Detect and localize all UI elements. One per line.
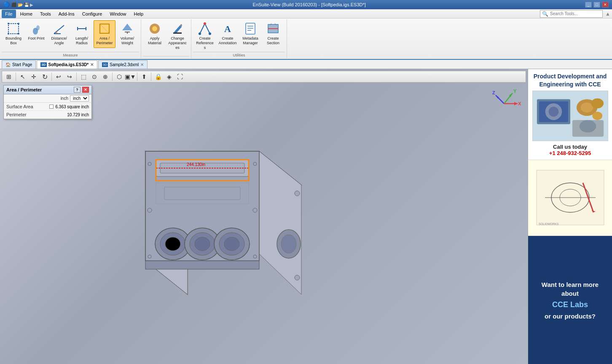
vt-select-all[interactable]: ⊞ — [4, 72, 14, 81]
svg-point-66 — [148, 162, 151, 166]
metadata-manager-button[interactable]: Metadata Manager — [239, 20, 261, 48]
volume-weight-button[interactable]: Volume/ Weight — [116, 20, 138, 48]
create-annotation-button[interactable]: A Create Annotation — [217, 20, 239, 48]
svg-rect-18 — [173, 32, 182, 34]
vt-cursor[interactable]: ↖ — [18, 72, 28, 81]
tab-softpedia-igs[interactable]: 3D Softpedia.igs.ES3D* ✕ — [37, 60, 97, 69]
vt-expand[interactable]: ⛶ — [175, 72, 185, 81]
change-appearances-icon — [171, 22, 184, 35]
menu-window[interactable]: Window — [106, 10, 129, 18]
apply-material-button[interactable]: Apply Material — [144, 20, 166, 48]
svg-point-72 — [295, 191, 300, 196]
vt-measure[interactable]: ⬆ — [139, 72, 149, 81]
length-radius-icon — [75, 22, 89, 35]
foot-print-button[interactable]: Foot Print — [25, 20, 47, 48]
distance-angle-button[interactable]: Distance/ Angle — [48, 20, 70, 48]
menu-file[interactable]: File — [2, 10, 16, 18]
panel-header: Area / Perimeter ? ✕ — [4, 86, 91, 94]
ad3-line1: Want to learn more about — [533, 280, 607, 298]
volume-weight-label: Volume/ Weight — [118, 36, 137, 46]
svg-point-83 — [579, 120, 596, 133]
vt-zoom-fit[interactable]: ⊙ — [89, 72, 99, 81]
panel-help-button[interactable]: ? — [74, 87, 81, 93]
svg-rect-0 — [8, 24, 19, 34]
maximize-button[interactable]: □ — [593, 2, 600, 8]
svg-text:Z: Z — [492, 90, 495, 95]
change-appearances-button[interactable]: Change Appearances — [166, 20, 188, 51]
svg-point-23 — [209, 32, 211, 35]
menu-help[interactable]: Help — [131, 10, 147, 18]
svg-point-1 — [8, 23, 9, 24]
length-radius-button[interactable]: Length/ Radius — [71, 20, 93, 48]
area-perimeter-label: Area / Perimeter — [95, 36, 114, 46]
sample-3dxml-close[interactable]: ✕ — [140, 62, 144, 67]
panel-unit-select[interactable]: inch mm cm — [70, 95, 89, 102]
menu-addins[interactable]: Add-Ins — [55, 10, 78, 18]
svg-point-4 — [18, 33, 19, 35]
vt-lock[interactable]: 🔒 — [153, 72, 163, 81]
area-perimeter-panel: Area / Perimeter ? ✕ inch inch mm cm Sur… — [3, 85, 92, 119]
vt-move[interactable]: ✛ — [29, 72, 39, 81]
vt-render[interactable]: ◈ — [164, 72, 174, 81]
panel-controls: ? ✕ — [74, 87, 89, 93]
svg-point-54 — [224, 237, 239, 251]
tabs-bar: 🏠 Start Page 3D Softpedia.igs.ES3D* ✕ 3D… — [0, 60, 612, 69]
search-box[interactable]: 🔍 — [540, 10, 603, 18]
metadata-manager-label: Metadata Manager — [241, 36, 260, 46]
vt-sep6 — [151, 72, 151, 81]
vt-redo[interactable]: ↪ — [64, 72, 75, 81]
surface-area-label: Surface Area — [6, 104, 48, 109]
vt-select-box[interactable]: ⬚ — [78, 72, 89, 81]
svg-point-51 — [195, 237, 210, 251]
ribbon-collapse-icon[interactable]: ▲ — [605, 11, 610, 17]
ribbon-section-appearance: Apply Material Change Appearances — [141, 19, 191, 58]
softpedia-igs-close[interactable]: ✕ — [90, 62, 94, 67]
svg-text:SOLIDWORKS: SOLIDWORKS — [539, 222, 559, 225]
search-input[interactable] — [550, 11, 601, 16]
create-references-button[interactable]: Create References — [194, 20, 216, 51]
vt-rotate[interactable]: ↻ — [40, 72, 50, 81]
panel-close-button[interactable]: ✕ — [82, 87, 89, 93]
perimeter-label: Perimeter — [6, 112, 67, 117]
panel-surface-area-row: Surface Area 6.363 square inch — [4, 103, 91, 111]
bounding-box-button[interactable]: Bounding Box — [3, 20, 24, 48]
menu-home[interactable]: Home — [17, 10, 36, 18]
panel-title: Area / Perimeter — [6, 87, 42, 92]
apply-material-label: Apply Material — [145, 36, 164, 46]
vt-cube[interactable]: ⬡ — [114, 72, 124, 81]
ribbon-appearance-label — [143, 56, 189, 58]
vt-sep1 — [16, 72, 16, 81]
menu-configure[interactable]: Configure — [79, 10, 106, 18]
vt-sep2 — [51, 72, 52, 81]
foot-print-icon — [30, 22, 43, 35]
vt-zoom-in[interactable]: ⊕ — [100, 72, 110, 81]
3d-model-svg: 244.130in — [82, 118, 327, 328]
tab-sample-3dxml[interactable]: 3D Sample2.3dxml ✕ — [98, 60, 148, 69]
vt-undo[interactable]: ↩ — [54, 72, 64, 81]
svg-line-19 — [200, 24, 205, 34]
create-section-button[interactable]: Create Section — [262, 20, 284, 48]
ribbon-utilities-label: Utilities — [193, 52, 285, 58]
area-perimeter-button[interactable]: Area / Perimeter — [94, 20, 115, 48]
start-page-icon: 🏠 — [5, 62, 11, 67]
svg-line-20 — [205, 24, 210, 34]
create-section-label: Create Section — [263, 36, 283, 46]
close-button[interactable]: ✕ — [602, 2, 609, 8]
sample-3dxml-label: Sample2.3dxml — [110, 62, 139, 67]
vt-display-dropdown[interactable]: ▣▼ — [125, 72, 135, 81]
svg-text:A: A — [224, 24, 231, 34]
minimize-button[interactable]: _ — [585, 2, 592, 8]
svg-point-2 — [18, 23, 19, 24]
apply-material-icon — [148, 22, 161, 35]
panel-unit-row: inch inch mm cm — [4, 94, 91, 103]
menu-tools[interactable]: Tools — [37, 10, 54, 18]
metadata-manager-icon — [244, 22, 257, 35]
create-references-icon — [198, 22, 212, 35]
viewport[interactable]: ⊞ ↖ ✛ ↻ ↩ ↪ ⬚ ⊙ ⊕ ⬡ ▣▼ ⬆ 🔒 ◈ ⛶ — [0, 69, 528, 364]
svg-point-79 — [548, 107, 558, 117]
window-controls[interactable]: _ □ ✕ — [585, 2, 609, 8]
distance-angle-label: Distance/ Angle — [49, 36, 69, 46]
svg-point-6 — [36, 25, 40, 30]
tab-start-page[interactable]: 🏠 Start Page — [2, 60, 36, 69]
ribbon-measure-label: Measure — [2, 52, 139, 58]
